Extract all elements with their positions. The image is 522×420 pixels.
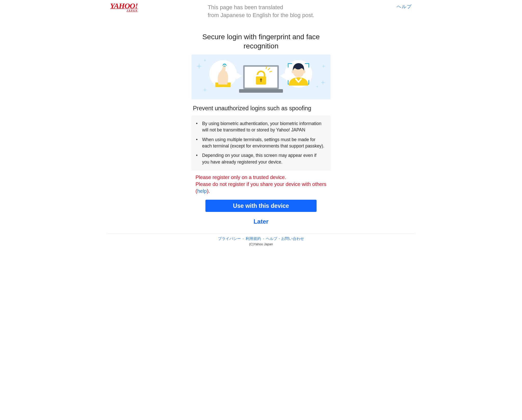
svg-line-6 [266, 67, 267, 69]
footer-privacy-link[interactable]: プライバシー [218, 236, 241, 241]
top-bar: YAHOO! JAPAN This page has been translat… [107, 0, 415, 12]
bullet-item: By using biometric authentication, your … [192, 119, 330, 135]
sparkle-icon [316, 85, 319, 88]
warning-line-2-post: ). [207, 188, 210, 194]
warning-help-link[interactable]: help [197, 188, 207, 194]
face-icon [287, 61, 310, 87]
laptop-lock-icon [238, 63, 284, 95]
sparkle-icon [320, 80, 325, 85]
help-link[interactable]: ヘルプ [397, 2, 412, 10]
svg-rect-9 [260, 79, 262, 82]
separator: - [243, 236, 244, 241]
copyright-text: (C)Yahoo Japan [107, 242, 415, 246]
sub-heading: Prevent unauthorized logins such as spoo… [193, 105, 332, 112]
separator: - [263, 236, 264, 241]
warning-line-2-pre: Please do not register if you share your… [195, 181, 327, 194]
fingerprint-illustration [209, 60, 237, 88]
svg-line-5 [270, 71, 272, 72]
sparkle-icon [203, 59, 207, 62]
hand-fingerprint-icon [214, 62, 232, 88]
warning-line-1: Please register only on a trusted device… [195, 174, 286, 180]
use-with-this-device-button[interactable]: Use with this device [205, 200, 317, 212]
footer-terms-link[interactable]: 利用規約 [246, 236, 261, 241]
bullet-item: Depending on your usage, this screen may… [192, 151, 330, 167]
sparkle-icon [321, 64, 325, 68]
page-title: Secure login with fingerprint and face r… [191, 32, 331, 51]
translation-note: This page has been translated from Japan… [208, 4, 314, 19]
footer: プライバシー - 利用規約 - ヘルプ・お問い合わせ (C)Yahoo Japa… [107, 234, 415, 249]
info-bullets: By using biometric authentication, your … [191, 115, 331, 170]
footer-help-link[interactable]: ヘルプ・お問い合わせ [266, 236, 304, 241]
bullet-item: When using multiple terminals, settings … [192, 135, 330, 151]
svg-point-11 [292, 70, 294, 73]
sparkle-icon [203, 88, 207, 92]
yahoo-japan-logo[interactable]: YAHOO! JAPAN [110, 2, 138, 12]
main-content: Secure login with fingerprint and face r… [191, 32, 331, 225]
sparkle-icon [196, 63, 202, 69]
hero-illustration [191, 55, 331, 99]
face-illustration [285, 60, 312, 88]
svg-point-12 [303, 70, 305, 73]
warning-text: Please register only on a trusted device… [191, 174, 331, 195]
svg-rect-3 [239, 89, 283, 93]
later-link[interactable]: Later [254, 218, 269, 225]
